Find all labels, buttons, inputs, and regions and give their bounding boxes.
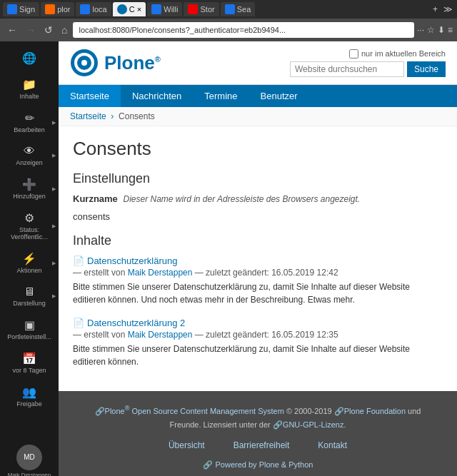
tab-favicon [45,4,55,14]
forward-button[interactable]: → [23,23,39,37]
sidebar-item-freigabe[interactable]: 👥 Freigabe [0,381,59,412]
sidebar-label-portlet: Portleteinstell... [7,333,51,340]
download-icon[interactable]: ⬇ [438,25,445,35]
sidebar: 🌐 📁 Inhalte ✏ Bearbeiten 👁 Anzeigen ➕ Hi… [0,41,59,476]
sidebar-user-name: Maik Derstappen [6,472,52,476]
page-title: Consents [73,138,443,160]
content-item-1-link[interactable]: Datenschutzerklärung [87,255,177,266]
breadcrumb: Startseite › Consents [59,107,457,126]
tab-stor[interactable]: Stor [184,2,219,16]
footer-gpl-link[interactable]: 🔗GNU-GPL-Lizenz [273,420,344,429]
content-item-1: 📄 Datenschutzerklärung — erstellt von Ma… [73,255,443,306]
powered-link[interactable]: Powered by Plone & Python [216,458,313,472]
content-area: Plone® nur im aktuellen Bereich Suche St… [59,41,457,476]
tab-favicon [225,4,235,14]
tab-sign[interactable]: Sign [3,2,39,16]
footer-line1: 🔗Plone® Open Source Content Management S… [70,402,446,418]
url-input[interactable] [73,22,414,38]
nav-item-termine[interactable]: Termine [193,85,248,107]
tab-loca[interactable]: loca [76,2,111,16]
folder-icon: 📁 [22,78,36,91]
settings-section-title: Einstellungen [73,171,443,186]
search-scope-text: nur im aktuellen Bereich [361,49,446,58]
users-icon: 👥 [22,385,36,399]
bookmark-icon[interactable]: ··· [417,25,424,35]
new-tab-button[interactable]: + [431,3,439,16]
footer-powered: 🔗 Powered by Plone & Python [70,458,446,472]
search-row: Suche [290,61,446,77]
plone-text: Plone [104,52,155,74]
inhalte-section: Inhalte 📄 Datenschutzerklärung — erstell… [73,233,443,368]
footer-barriere-link[interactable]: Barrierefreiheit [233,438,290,454]
plone-logo: Plone® [70,49,161,77]
status-icon: ⚙ [24,211,34,225]
lightning-icon: ⚡ [22,252,36,265]
content-item-1-author[interactable]: Maik Derstappen [128,268,193,278]
breadcrumb-current: Consents [119,111,155,121]
tab-sea[interactable]: Sea [221,2,256,16]
sidebar-item-globe[interactable]: 🌐 [0,47,59,71]
nav-item-nachrichten[interactable]: Nachrichten [121,85,193,107]
sidebar-item-inhalte[interactable]: 📁 Inhalte [0,74,59,104]
plone-wordmark: Plone® [104,52,161,74]
nav-item-startseite[interactable]: Startseite [59,85,121,107]
sidebar-item-vor8tagen[interactable]: 📅 vor 8 Tagen [0,348,59,378]
eye-icon: 👁 [24,145,35,158]
add-icon: ➕ [22,178,36,191]
tab-consents[interactable]: C × [113,2,146,16]
tab-willi[interactable]: Willi [147,2,182,16]
plone-header: Plone® nur im aktuellen Bereich Suche [59,41,457,85]
footer-ubersicht-link[interactable]: Übersicht [169,438,205,454]
search-button[interactable]: Suche [407,61,446,77]
footer-foundation-link[interactable]: 🔗Plone Foundation [334,407,406,415]
field-label: Kurzname [73,193,118,204]
content-item-2-link[interactable]: Datenschutzerklärung 2 [87,318,185,328]
browser-chrome: Sign plor loca C × Willi Stor Sea + ≫ ← … [0,0,457,41]
search-area: nur im aktuellen Bereich Suche [290,49,446,77]
search-scope-checkbox[interactable] [349,49,358,59]
search-checkbox-label: nur im aktuellen Bereich [349,49,446,59]
sidebar-item-darstellung[interactable]: 🖥 Darstellung [0,281,59,311]
breadcrumb-home[interactable]: Startseite [70,111,106,121]
tab-favicon [80,4,90,14]
footer-line2: Freunde. Lizensiert unter der 🔗GNU-GPL-L… [70,418,446,432]
footer-copyright: © 2000-2019 [286,407,334,415]
sidebar-label-freigabe: Freigabe [16,400,42,407]
content-item-2: 📄 Datenschutzerklärung 2 — erstellt von … [73,318,443,368]
user-avatar[interactable]: MD [16,445,42,470]
tab-plor[interactable]: plor [41,2,74,16]
reload-button[interactable]: ↺ [41,23,56,37]
sidebar-item-aktionen[interactable]: ⚡ Aktionen [0,248,59,278]
plone-logo-svg [70,49,99,77]
tab-menu-button[interactable]: ≫ [442,3,454,16]
tab-favicon-plone [117,4,127,14]
home-button[interactable]: ⌂ [59,23,70,37]
content-item-1-title-row: 📄 Datenschutzerklärung [73,255,443,266]
powered-icon: 🔗 [203,458,213,472]
search-input[interactable] [290,61,404,77]
back-button[interactable]: ← [4,23,20,37]
nav-item-benutzer[interactable]: Benutzer [249,85,309,107]
sidebar-item-anzeigen[interactable]: 👁 Anzeigen [0,141,59,171]
sidebar-label-darstellung: Darstellung [13,300,46,307]
menu-icon[interactable]: ≡ [448,25,453,35]
sidebar-item-status[interactable]: ⚙ Status: Veröffentlic... [0,207,59,245]
kurzname-field: Kurzname Dieser Name wird in der Adressl… [73,193,443,204]
main-layout: 🌐 📁 Inhalte ✏ Bearbeiten 👁 Anzeigen ➕ Hi… [0,41,457,476]
field-value: consents [73,211,443,222]
sidebar-label-bearbeiten: Bearbeiten [14,126,45,133]
sidebar-item-hinzufuegen[interactable]: ➕ Hinzufügen [0,173,59,204]
footer-plone-link[interactable]: 🔗Plone® Open Source Content Management S… [95,407,284,415]
content-item-2-author[interactable]: Maik Derstappen [128,330,193,340]
sidebar-item-bearbeiten[interactable]: ✏ Bearbeiten [0,107,59,138]
content-item-2-title-row: 📄 Datenschutzerklärung 2 [73,318,443,328]
doc-icon-1: 📄 [73,255,84,266]
sidebar-item-portlet[interactable]: ▣ Portleteinstell... [0,314,59,345]
star-icon[interactable]: ☆ [427,25,435,35]
footer-kontakt-link[interactable]: Kontakt [318,438,347,454]
footer-und: und [408,407,421,415]
content-item-1-desc: Bitte stimmen Sie unserer Datenschutzerk… [73,280,443,306]
edit-icon: ✏ [25,111,34,125]
sidebar-label-aktionen: Aktionen [16,267,41,274]
sidebar-label-status: Status: Veröffentlic... [3,226,56,240]
